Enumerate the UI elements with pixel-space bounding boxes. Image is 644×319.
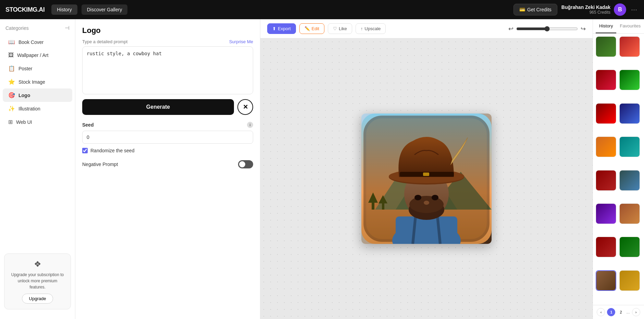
sidebar-item-label: Illustration [18,106,40,111]
top-navigation: STOCKIMG.AI History Discover Gallery 💳 G… [0,0,644,19]
upgrade-icon: ❖ [10,259,65,269]
history-thumb-4[interactable] [619,70,640,90]
history-thumb-3[interactable] [596,70,616,90]
tab-favourites[interactable]: Favourites [616,19,644,33]
sidebar-item-poster[interactable]: 📋 Poster [3,62,72,75]
redo-button[interactable]: ↪ [581,25,586,33]
stock-image-icon: ⭐ [8,79,15,85]
sidebar-item-web-ui[interactable]: ⊞ Web UI [3,115,72,129]
canvas-content [260,38,593,319]
user-info: Buğrahan Zeki Kadak 965 Credits B ⋯ [561,3,639,16]
prompt-label: Type a detailed prompt [82,39,127,44]
upgrade-text: Upgrade your subscription to unlock more… [10,272,65,290]
sidebar-item-book-cover[interactable]: 📖 Book Cover [3,35,72,49]
seed-section-label: Seed i [82,122,253,128]
credit-card-icon: 💳 [519,7,525,12]
user-credits: 965 Credits [561,10,610,15]
like-icon: ♡ [333,26,337,31]
collapse-sidebar-button[interactable]: ⊣ [65,25,70,31]
generate-button[interactable]: Generate [82,99,234,115]
history-thumb-7[interactable] [596,137,616,157]
user-name: Buğrahan Zeki Kadak [561,4,610,10]
generation-panel: Logo Type a detailed prompt Surprise Me … [75,19,260,319]
upscale-icon: ↑ [361,26,363,31]
history-thumb-2[interactable] [619,36,640,57]
sidebar-item-stock-image[interactable]: ⭐ Stock Image [3,75,72,88]
main-layout: Categories ⊣ 📖 Book Cover 🖼 Wallpaper / … [0,19,644,319]
brand-logo: STOCKIMG.AI [5,6,45,13]
toggle-slider [238,160,253,168]
zoom-slider[interactable] [516,26,578,32]
upgrade-button[interactable]: Upgrade [22,294,53,304]
prompt-textarea[interactable]: rustic style, a cowboy hat [82,46,253,94]
upscale-button[interactable]: ↑ Upscale [356,23,386,34]
page-dots: ... [626,310,630,315]
tab-history[interactable]: History [596,19,616,33]
edit-button[interactable]: ✏️ Edit [299,23,324,34]
web-ui-icon: ⊞ [8,119,13,125]
zoom-controls: ↩ ↪ [508,25,586,33]
history-thumb-8[interactable] [619,137,640,157]
sidebar-item-label: Poster [18,66,32,71]
surprise-me-button[interactable]: Surprise Me [229,39,253,44]
randomize-label: Randomize the seed [90,148,134,153]
sidebar: Categories ⊣ 📖 Book Cover 🖼 Wallpaper / … [0,19,75,319]
prev-page-button[interactable]: ‹ [597,308,605,316]
history-pagination: ‹ 1 2 ... › [593,305,644,319]
illustration-icon: ✨ [8,105,15,112]
randomize-checkbox[interactable] [82,148,88,153]
history-thumb-16[interactable] [619,270,640,291]
panel-title: Logo [82,26,253,35]
edit-icon: ✏️ [305,26,310,31]
history-panel: History Favourites ‹ 1 2 ... › [593,19,644,319]
sidebar-item-logo[interactable]: 🎯 Logo [3,88,72,102]
more-options-button[interactable]: ⋯ [630,4,639,15]
sidebar-title: Categories [5,25,29,31]
poster-icon: 📋 [8,65,15,72]
negative-prompt-label: Negative Prompt [82,162,118,167]
history-nav-button[interactable]: History [51,4,77,15]
seed-input[interactable] [82,131,253,144]
sidebar-item-wallpaper-art[interactable]: 🖼 Wallpaper / Art [3,49,72,62]
svg-rect-13 [396,216,457,244]
sidebar-item-illustration[interactable]: ✨ Illustration [3,102,72,115]
history-thumb-15[interactable] [596,270,616,291]
sidebar-item-label: Wallpaper / Art [17,52,48,58]
history-thumb-11[interactable] [596,203,616,224]
svg-point-21 [432,195,438,200]
user-avatar[interactable]: B [614,3,626,16]
wallpaper-art-icon: 🖼 [8,52,14,58]
history-thumb-14[interactable] [619,237,640,257]
page-2[interactable]: 2 [617,309,624,316]
history-thumb-12[interactable] [619,203,640,224]
export-button[interactable]: ⬆ Export [267,23,296,34]
history-tabs: History Favourites [593,19,644,34]
generated-image [361,114,492,244]
sidebar-item-label: Book Cover [18,39,44,45]
undo-button[interactable]: ↩ [508,25,513,33]
page-1[interactable]: 1 [607,308,615,316]
history-thumb-9[interactable] [596,170,616,191]
history-grid [593,34,644,305]
upgrade-box: ❖ Upgrade your subscription to unlock mo… [4,253,71,309]
history-thumb-5[interactable] [596,103,616,124]
svg-point-22 [424,201,429,205]
history-thumb-6[interactable] [619,103,640,124]
like-button[interactable]: ♡ Like [328,23,352,34]
svg-point-20 [414,195,421,200]
history-thumb-1[interactable] [596,36,616,57]
history-thumb-10[interactable] [619,170,640,191]
negative-prompt-toggle[interactable] [238,160,253,168]
export-icon: ⬆ [272,26,276,31]
canvas-toolbar: ⬆ Export ✏️ Edit ♡ Like ↑ Upscale ↩ ↪ [260,19,593,38]
discover-gallery-nav-button[interactable]: Discover Gallery [82,4,128,15]
sidebar-item-label: Stock Image [18,79,45,85]
cancel-button[interactable]: ✕ [237,99,253,115]
get-credits-button[interactable]: 💳 Get Credits [513,4,557,15]
history-thumb-13[interactable] [596,237,616,257]
logo-icon: 🎯 [8,92,15,98]
book-cover-icon: 📖 [8,39,15,45]
seed-info-icon[interactable]: i [247,122,253,128]
canvas-area: ⬆ Export ✏️ Edit ♡ Like ↑ Upscale ↩ ↪ [260,19,593,319]
next-page-button[interactable]: › [632,308,640,316]
